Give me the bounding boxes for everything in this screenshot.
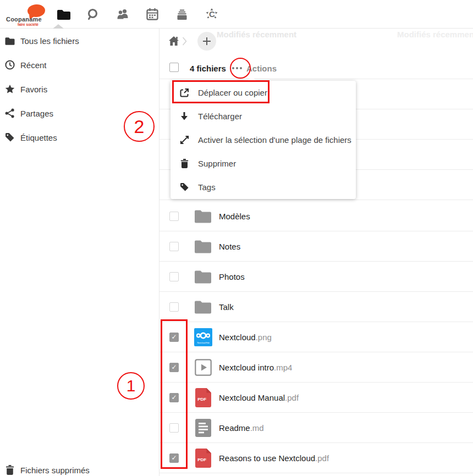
sidebar-nav: Tous les fichiers Récent Favoris Partage… [0, 29, 159, 150]
app-custom-button[interactable]: C [197, 0, 227, 29]
sidebar-item-deleted-files[interactable]: Fichiers supprimés [0, 458, 159, 476]
chevron-right-icon [182, 37, 187, 46]
app-navigation: C [48, 0, 227, 29]
sidebar-item-label: Favoris [20, 85, 47, 94]
row-divider [160, 200, 473, 200]
delete-icon [179, 159, 189, 169]
app-deck-button[interactable] [167, 0, 197, 29]
share-icon [5, 108, 15, 118]
file-row-reasons-pdf[interactable]: PDF Reasons to use Nextcloud.pdf [160, 443, 473, 473]
file-extension: .png [256, 333, 272, 342]
logo-brand-text: Coopaname [6, 16, 42, 23]
folder-icon [194, 267, 212, 286]
sidebar-item-label: Fichiers supprimés [20, 466, 90, 475]
file-row-photos[interactable]: Photos [160, 262, 473, 292]
sidebar-item-shares[interactable]: Partages [0, 101, 159, 125]
calendar-icon [146, 8, 159, 21]
app-search-button[interactable] [78, 0, 108, 29]
svg-text:C: C [209, 9, 215, 19]
file-name: Nextcloud Manual [219, 393, 285, 402]
row-checkbox[interactable] [169, 393, 179, 402]
tag-icon [179, 182, 189, 192]
folder-icon [5, 36, 15, 46]
sidebar-item-all-files[interactable]: Tous les fichiers [0, 29, 159, 53]
tag-icon [5, 132, 15, 142]
selected-count-label: 4 fichiers [190, 64, 226, 73]
folder-icon [194, 297, 212, 317]
plus-icon [202, 36, 212, 46]
selection-header-row: 4 fichiers Actions [160, 58, 473, 79]
logo-speech-bubble-icon [28, 4, 45, 17]
files-icon [57, 9, 70, 20]
actions-dropdown-menu: Déplacer ou copier Télécharger [170, 81, 356, 199]
video-file-icon [194, 357, 212, 377]
menu-item-tags[interactable]: Tags [170, 175, 356, 199]
menu-item-download[interactable]: Télécharger [170, 104, 356, 128]
file-extension: .pdf [315, 453, 329, 463]
sidebar-item-tags[interactable]: Étiquettes [0, 125, 159, 150]
file-name: Nextcloud intro [219, 363, 274, 372]
pdf-file-icon: PDF [194, 448, 212, 468]
file-row-nextcloud-png[interactable]: Nextcloud Hub Nextcloud.png [160, 322, 473, 352]
file-extension: .md [250, 423, 264, 433]
sidebar-item-recent[interactable]: Récent [0, 53, 159, 77]
home-icon [168, 36, 179, 46]
breadcrumb-home-button[interactable] [168, 36, 179, 47]
actions-menu-label[interactable]: Actions [246, 64, 277, 73]
menu-item-range-selection[interactable]: Activer la sélection d'une plage de fich… [170, 128, 356, 152]
sidebar-item-favorites[interactable]: Favoris [0, 77, 159, 101]
image-file-icon: Nextcloud Hub [194, 327, 212, 347]
file-name: Photos [219, 272, 245, 281]
move-copy-icon [179, 88, 189, 98]
svg-text:PDF: PDF [197, 397, 206, 402]
file-row-talk[interactable]: Talk [160, 292, 473, 322]
star-icon [5, 84, 15, 94]
row-checkbox[interactable] [169, 333, 179, 342]
trash-icon [5, 465, 15, 475]
sidebar-item-label: Récent [20, 60, 47, 70]
row-checkbox[interactable] [169, 242, 179, 251]
menu-item-move-or-copy[interactable]: Déplacer ou copier [170, 81, 356, 104]
svg-text:Nextcloud Hub: Nextcloud Hub [197, 341, 209, 344]
file-name: Nextcloud [219, 333, 256, 342]
files-main-area: Modifiés récemment Modifiés récemment [160, 29, 473, 476]
new-file-add-button[interactable] [197, 32, 216, 51]
row-checkbox[interactable] [169, 302, 179, 312]
row-checkbox[interactable] [169, 423, 179, 433]
file-name: Talk [219, 302, 234, 312]
folder-icon [194, 236, 212, 256]
app-calendar-button[interactable] [138, 0, 167, 29]
file-row-nextcloud-manual-pdf[interactable]: PDF Nextcloud Manual.pdf [160, 383, 473, 413]
menu-pointer [247, 76, 257, 81]
row-checkbox[interactable] [169, 212, 179, 221]
file-row-readme-md[interactable]: Readme.md [160, 413, 473, 443]
active-app-notch [53, 24, 64, 29]
file-extension: .mp4 [274, 363, 292, 372]
file-name: Reasons to use Nextcloud [219, 453, 315, 463]
folder-icon [194, 206, 212, 226]
row-checkbox[interactable] [169, 453, 179, 463]
file-row-modeles[interactable]: Modèles [160, 201, 473, 231]
topbar: Coopaname faire société [0, 0, 473, 29]
range-select-icon [179, 135, 189, 145]
pdf-file-icon: PDF [194, 388, 212, 407]
files-sidebar: Tous les fichiers Récent Favoris Partage… [0, 29, 160, 476]
menu-item-label: Déplacer ou copier [198, 88, 267, 97]
logo-tagline-text: faire société [18, 23, 38, 26]
actions-more-icon[interactable] [230, 64, 244, 73]
file-row-notes[interactable]: Notes [160, 231, 473, 262]
menu-item-label: Tags [198, 182, 216, 192]
nextcloud-files-screen: Coopaname faire société [0, 0, 473, 476]
row-checkbox[interactable] [169, 363, 179, 372]
row-checkbox[interactable] [169, 272, 179, 281]
sidebar-item-label: Étiquettes [20, 133, 57, 142]
file-row-nextcloud-intro-mp4[interactable]: Nextcloud intro.mp4 [160, 352, 473, 383]
app-contacts-button[interactable] [108, 0, 138, 29]
breadcrumb [160, 29, 473, 54]
select-all-checkbox[interactable] [169, 63, 179, 72]
clock-icon [5, 60, 15, 70]
deck-icon [175, 8, 189, 20]
coopaname-logo[interactable]: Coopaname faire société [3, 3, 51, 26]
menu-item-label: Télécharger [198, 112, 242, 121]
menu-item-delete[interactable]: Supprimer [170, 152, 356, 175]
